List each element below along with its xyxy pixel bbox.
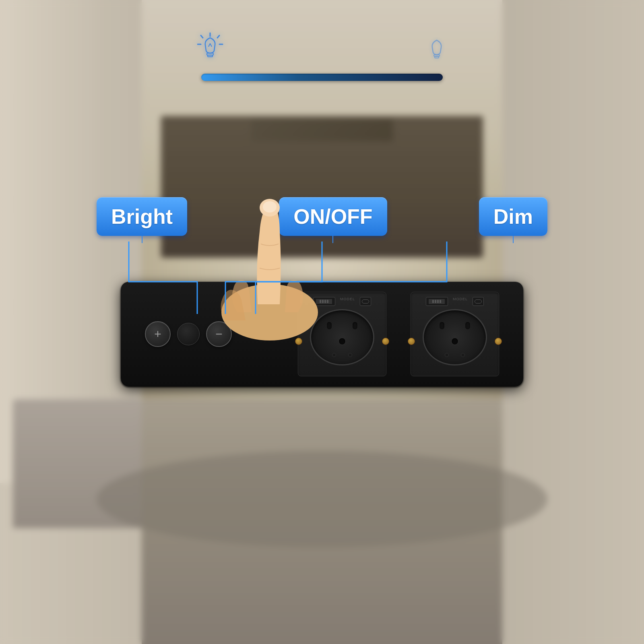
svg-line-1 xyxy=(217,35,219,38)
outlet-2-screw-right xyxy=(495,338,502,345)
outlet-2-usb-a-port xyxy=(426,297,448,306)
svg-rect-10 xyxy=(435,56,439,58)
svg-line-3 xyxy=(201,35,203,38)
slider-icons-row xyxy=(197,32,447,67)
outlet-1-screw-right xyxy=(382,338,389,345)
main-content: Bright ON/OFF Dim + xyxy=(0,0,644,644)
dim-label: Dim xyxy=(479,197,547,236)
switch-panel-area: + − xyxy=(121,282,523,386)
outlet-1-label: MODEL xyxy=(340,297,355,306)
bright-label: Bright xyxy=(97,197,187,236)
slider-section xyxy=(177,32,467,81)
outlet-2-label: MODEL xyxy=(453,297,468,306)
svg-point-13 xyxy=(263,201,277,213)
svg-rect-6 xyxy=(208,55,213,57)
outlet-2-usb-c-port xyxy=(473,297,484,306)
bright-bulb-icon xyxy=(197,32,223,67)
outlet-2-usb-row: MODEL xyxy=(415,297,495,306)
outlet-2-hole-right xyxy=(465,322,471,330)
dim-bulb-icon xyxy=(427,36,447,63)
outlet-1-usb-c-port xyxy=(360,297,371,306)
outlet-1-ground-hole xyxy=(339,338,346,345)
outlet-2: MODEL xyxy=(411,292,499,376)
brightness-slider[interactable] xyxy=(201,74,443,81)
outlet-1-hole-right xyxy=(352,322,358,330)
hand-pointing xyxy=(201,151,338,346)
brightness-increase-button[interactable]: + xyxy=(145,321,171,347)
svg-line-7 xyxy=(208,43,210,47)
outlet-2-ground-hole xyxy=(451,338,458,345)
outlet-2-socket xyxy=(423,309,487,365)
svg-line-8 xyxy=(210,43,212,47)
outlet-2-screw-left xyxy=(408,338,415,345)
on-off-button[interactable] xyxy=(177,323,200,345)
outlet-2-hole-left xyxy=(439,322,445,330)
hand-svg xyxy=(201,151,338,345)
